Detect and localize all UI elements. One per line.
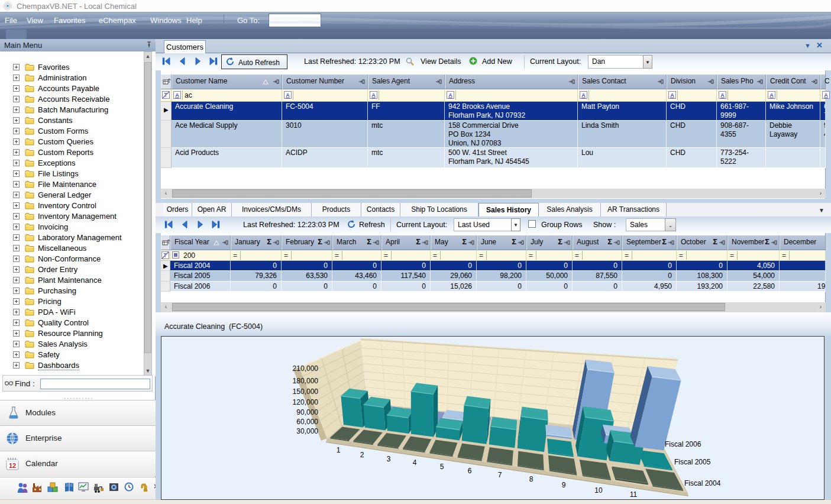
- svg-text:9: 9: [562, 481, 566, 489]
- svg-text:11: 11: [630, 490, 638, 499]
- svg-text:90,000: 90,000: [296, 408, 318, 416]
- svg-text:Fiscal 2005: Fiscal 2005: [674, 458, 711, 466]
- svg-text:6: 6: [468, 467, 472, 475]
- svg-text:180,000: 180,000: [293, 377, 319, 385]
- svg-text:4: 4: [413, 458, 417, 467]
- svg-text:30,000: 30,000: [296, 427, 318, 435]
- svg-text:8: 8: [529, 475, 533, 483]
- svg-text:5: 5: [440, 463, 444, 471]
- svg-text:10: 10: [594, 486, 603, 495]
- svg-text:Fiscal 2006: Fiscal 2006: [665, 440, 701, 448]
- svg-text:210,000: 210,000: [293, 364, 319, 373]
- svg-text:7: 7: [498, 471, 502, 479]
- svg-text:3: 3: [387, 455, 391, 463]
- svg-text:2: 2: [360, 451, 364, 459]
- svg-text:1: 1: [337, 446, 341, 454]
- svg-text:60,000: 60,000: [296, 418, 318, 426]
- svg-text:150,000: 150,000: [293, 387, 319, 396]
- svg-text:120,000: 120,000: [293, 398, 319, 406]
- svg-text:Fiscal 2004: Fiscal 2004: [684, 479, 721, 487]
